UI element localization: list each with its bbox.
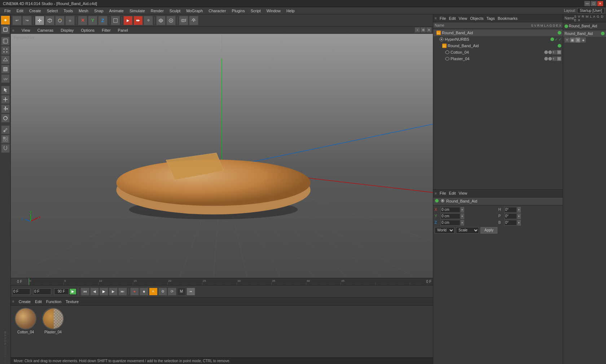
h-arrow[interactable]: ▸ [517,207,521,213]
obj-dot-plaster1[interactable] [544,57,548,61]
render-region-btn[interactable] [111,16,120,25]
h-input[interactable] [504,207,517,213]
tag-icon-1[interactable]: T [565,37,570,43]
menu-window[interactable]: Window [264,8,284,14]
menu-animate[interactable]: Animate [106,8,127,14]
vp-menu-view[interactable]: View [22,28,30,32]
material-cotton[interactable]: Cotton_04 [13,308,38,334]
undo-button[interactable]: ↩ [12,16,22,25]
apply-button[interactable]: Apply [480,227,497,234]
first-frame-btn[interactable]: ⏮ [81,288,89,296]
render-scene-btn[interactable]: ■▶ [133,16,143,25]
stop-btn[interactable]: ■ [140,288,148,296]
menu-plugins[interactable]: Plugins [229,8,248,14]
prev-frame-btn[interactable]: ◀ [90,288,99,296]
window-controls[interactable]: — □ ✕ [584,1,603,6]
tag-icon-3[interactable]: ⚙ [575,37,580,43]
rotate-button[interactable] [55,16,65,25]
obj-row-bandaid[interactable]: L0 Round_Band_Aid [433,43,563,49]
tool-magnet[interactable] [1,144,10,153]
tool-polygons[interactable] [1,65,10,74]
vp-menu-display[interactable]: Display [61,28,74,32]
obj-vis-dot[interactable] [558,31,561,35]
tool-brush[interactable] [1,125,10,134]
obj-row-cotton[interactable]: Cotton_04 T [433,49,563,56]
menu-character[interactable]: Character [206,8,229,14]
motion-clip-btn[interactable]: ▪▪ [186,288,195,296]
render-view-btn[interactable]: ▶ [123,16,133,25]
redo-button[interactable]: ↪ [22,16,32,25]
om-menu-objects[interactable]: Objects [470,16,483,21]
bp-menu-edit[interactable]: Edit [35,299,42,304]
obj-dot-cotton1[interactable] [544,50,548,54]
obj-row-plaster[interactable]: Plaster_04 T [433,56,563,62]
add-button[interactable]: + [65,16,75,25]
tool-uvw[interactable]: UV [1,74,10,83]
menu-script[interactable]: Script [248,8,264,14]
am-menu-view[interactable]: View [459,191,467,195]
om-handle[interactable]: ≡ [435,16,437,20]
menu-simulate[interactable]: Simulate [127,8,148,14]
layout-selector[interactable]: Startup [User] [577,8,605,13]
obj-row-root[interactable]: L0 Round_Band_Aid [433,30,563,36]
om-menu-view[interactable]: View [459,16,467,21]
timeline-ruler[interactable]: 0 F 0 [11,278,433,285]
rm-vis-dot1[interactable] [601,32,605,35]
x-pos-input[interactable] [440,207,460,213]
om-menu-edit[interactable]: Edit [449,16,456,21]
om-menu-file[interactable]: File [440,16,446,21]
minimize-button[interactable]: — [584,1,590,6]
motion-btn[interactable]: M [177,288,186,296]
tag-icon-2[interactable]: ▦ [570,37,575,43]
menu-tools[interactable]: Tools [61,8,76,14]
next-frame-btn[interactable]: ▶ [109,288,118,296]
tool-grid[interactable] [1,135,10,143]
keyframe-btn[interactable]: K [149,288,158,296]
light-btn[interactable] [189,16,198,25]
vp-expand-btn[interactable]: + [415,27,420,32]
vp-settings-btn[interactable]: ⚙ [421,27,426,32]
om-menu-bookmarks[interactable]: Bookmarks [498,16,518,21]
bp-handle[interactable]: ≡ [12,299,14,303]
obj-nurbs-dot[interactable] [550,37,554,41]
y-pos-arrow[interactable]: ▸ [461,213,464,219]
x-icon-btn[interactable]: ✕ [78,16,87,25]
menu-mesh[interactable]: Mesh [76,8,91,14]
material-plaster[interactable]: Plaster_04 [40,308,66,334]
menu-create[interactable]: Create [26,8,44,14]
am-menu-file[interactable]: File [440,191,446,195]
b-input[interactable] [504,220,517,226]
tool-scale-gizmo[interactable] [1,105,10,113]
tool-select[interactable] [1,86,10,94]
menu-sculpt[interactable]: Sculpt [167,8,184,14]
new-object-button[interactable]: ✛ [35,16,44,25]
tool-rotate-gizmo[interactable] [1,114,10,123]
vp-menu-cameras[interactable]: Cameras [38,28,54,32]
last-frame-btn[interactable]: ⏭ [118,288,127,296]
y-pos-input[interactable] [440,213,460,219]
frame-go-btn[interactable]: ▶ [69,288,76,295]
loop-btn[interactable]: ⟳ [168,288,176,296]
obj-dot-bandaid[interactable] [558,44,561,48]
obj-icon-2[interactable] [166,16,176,25]
menu-help[interactable]: Help [284,8,298,14]
tool-edges[interactable] [1,56,10,64]
anim-settings-btn[interactable]: ⚙ [158,288,167,296]
record-btn[interactable]: ● [130,288,139,296]
transform-mode-select[interactable]: Scale Position Rotation [456,227,479,234]
obj-icon-1[interactable] [156,16,166,25]
current-frame-input[interactable] [12,288,30,295]
menu-snap[interactable]: Snap [91,8,106,14]
vp-close-btn[interactable]: ✕ [426,27,431,32]
am-handle[interactable]: ≡ [435,191,437,195]
render-settings-btn[interactable]: ⚙ [144,16,153,25]
rm-row-1[interactable]: Round_Band_Aid [563,30,606,37]
tool-move-gizmo[interactable] [1,95,10,104]
menu-select[interactable]: Select [44,8,61,14]
play-btn[interactable]: ▶ [100,288,108,296]
tool-mode2[interactable] [1,25,10,34]
p-input[interactable] [504,213,517,219]
y-icon-btn[interactable]: Y [88,16,97,25]
vp-menu-panel[interactable]: Panel [118,28,128,32]
obj-row-hypernurbs[interactable]: HyperNURBS ✓ ✓ [433,36,563,43]
